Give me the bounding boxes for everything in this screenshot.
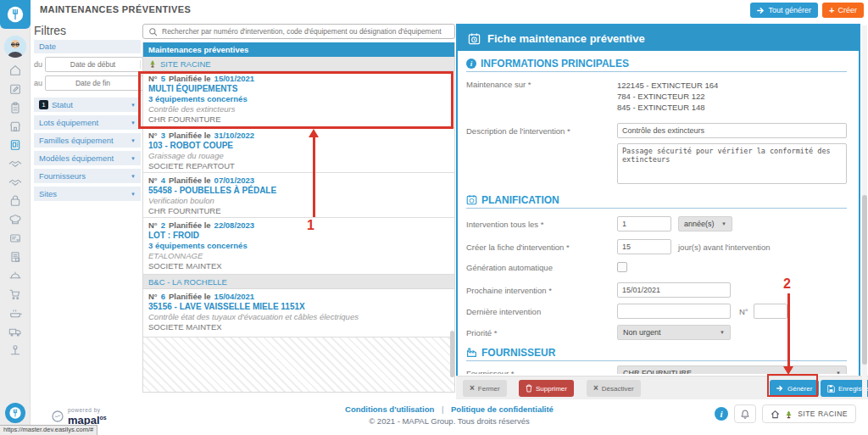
group-header-la-rochelle: B&C - LA ROCHELLE [143,275,454,289]
date-end-input[interactable] [46,76,140,90]
description-long-textarea[interactable]: Passage sécurité pour vérifier la confor… [617,143,847,184]
link-privacy[interactable]: Politique de confidentialité [451,404,554,414]
detail-action-bar: × Fermer Supprimer × Désactiver Générer … [456,376,868,399]
filter-statut[interactable]: 1 Statut ▼ [34,98,141,112]
chevron-down-icon: ▼ [720,330,725,335]
filter-lots-equipement[interactable]: Lots équipement ▼ [34,115,141,130]
filter-fournisseurs[interactable]: Fournisseurs ▼ [34,169,141,183]
cloche-icon[interactable] [8,269,22,282]
app-logo [0,0,31,29]
handshake-2-icon[interactable] [8,176,22,189]
priority-label: Priorité * [466,328,617,337]
trash-icon [526,384,532,393]
creer-label: Créer [837,6,857,14]
topbar: MAINTENANCES PRÉVENTIVES Tout générer + … [31,0,868,20]
bag-icon[interactable] [8,194,22,208]
tree-icon [784,410,793,419]
auto-generation-label: Génération automatique [466,263,617,272]
invoice-icon[interactable] [8,250,22,264]
filters-title: Filtres [34,24,141,37]
search-input[interactable] [162,27,449,36]
priority-select[interactable]: Non urgent ▼ [617,325,731,340]
bell-icon [740,409,750,420]
cooking-pan-icon[interactable] [8,306,22,320]
desactiver-button[interactable]: × Désactiver [587,380,641,397]
date-to-label: au [34,79,42,87]
handshake-icon[interactable] [8,157,22,170]
interval-unit-select[interactable]: année(s) ▼ [678,216,732,231]
next-intervention-input[interactable] [617,282,731,298]
feedback-card-icon[interactable] [8,231,22,245]
description-input[interactable] [617,123,847,138]
creer-button[interactable]: + Créer [822,3,864,18]
tout-generer-button[interactable]: Tout générer [750,3,819,18]
icon-sidebar [0,0,31,435]
list-item[interactable]: N°4Planifiée le07/01/2023 55458 - POUBEL… [143,173,454,218]
create-sheet-suffix: jour(s) avant l'intervention [678,243,770,252]
section-planification: PLANIFICATION [466,194,847,205]
list-item[interactable]: N°3Planifiée le31/10/2022 103 - ROBOT CO… [143,128,454,173]
generer-button[interactable]: Générer [770,380,819,397]
maintenance-list-panel: Maintenances préventives SITE RACINE N°5… [142,24,455,393]
filter-sites[interactable]: Sites ▼ [34,187,141,201]
date-from-label: du [34,60,42,69]
supplier-select[interactable]: CHR FOURNITURE ▼ [617,365,847,374]
next-intervention-label: Prochaine intervention * [466,286,617,295]
auto-generation-checkbox[interactable] [617,262,627,272]
date-from-row: du × [34,57,141,72]
close-icon: × [470,384,475,393]
filters-panel: Filtres Date du × au × 1 Statut ▼ Lots é… [34,24,141,201]
equipment-icon[interactable] [8,138,22,152]
list-item[interactable]: N°2Planifiée le22/08/2023 LOT : FROID 3 … [143,218,454,275]
section-fournisseur: FOURNISSEUR [466,347,847,358]
maintenance-detail-panel: Fiche maintenance préventive i INFORMATI… [456,24,860,399]
create-sheet-input[interactable] [617,239,671,254]
info-icon: i [466,59,476,69]
cart-icon[interactable] [8,287,22,301]
create-sheet-label: Créer la fiche d'intervention * [466,243,617,252]
chevron-down-icon: ▼ [836,371,841,374]
list-item[interactable]: N°5Planifiée le15/01/2021 MULTI ÉQUIPEME… [143,71,454,128]
chevron-down-icon: ▼ [131,120,136,125]
interval-label: Intervention tous les * [466,220,617,229]
detail-header: Fiche maintenance préventive [458,25,859,51]
chef-hat-icon[interactable] [8,213,22,226]
chevron-down-icon: ▼ [131,103,136,108]
info-icon[interactable]: i [715,407,728,421]
fermer-button[interactable]: × Fermer [463,380,507,397]
scale-icon[interactable] [8,343,22,357]
search-icon [148,27,158,36]
list-item[interactable]: N°6Planifiée le15/04/2021 35156 - LAVE V… [143,289,454,337]
maintenance-sur-label: Maintenance sur * [466,80,617,89]
date-start-input[interactable] [46,58,140,71]
interval-input[interactable] [617,216,671,231]
notifications-button[interactable] [734,404,756,423]
detail-scrollbar[interactable] [862,195,867,365]
home-icon[interactable] [8,64,22,77]
edit-note-icon[interactable] [8,82,22,96]
calendar-icon [466,194,477,205]
user-avatar[interactable] [4,36,26,58]
site-racine-button[interactable]: SITE RACINE [762,404,856,423]
store-icon[interactable] [8,120,22,133]
chevron-down-icon: ▼ [131,174,136,179]
filter-familles-equipement[interactable]: Familles équipement ▼ [34,133,141,148]
delivery-truck-icon[interactable] [8,325,22,338]
save-icon [827,385,835,393]
link-conditions[interactable]: Conditions d'utilisation [345,404,434,414]
supprimer-button[interactable]: Supprimer [519,380,574,397]
page-title: MAINTENANCES PRÉVENTIVES [40,4,191,14]
plus-icon: + [829,6,834,15]
factory-icon [466,347,477,358]
chevron-down-icon: ▼ [721,221,726,226]
last-intervention-input[interactable] [617,304,731,319]
chevron-down-icon: ▼ [131,156,136,161]
clipboard-icon[interactable] [8,101,22,114]
list-scrollbar[interactable] [450,331,454,377]
statut-count-badge: 1 [39,100,48,109]
app-logo-bottom[interactable] [5,403,25,423]
last-num-input[interactable] [754,304,787,319]
enregistrer-button[interactable]: Enregistrer [821,380,868,397]
filter-modeles-equipement[interactable]: Modèles équipement ▼ [34,151,141,165]
tout-generer-label: Tout générer [769,6,812,14]
